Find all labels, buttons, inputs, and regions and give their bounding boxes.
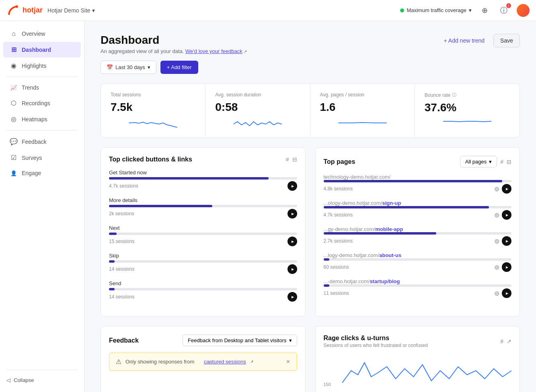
add-user-button[interactable]: ⊕ xyxy=(478,4,491,17)
collapse-button[interactable]: ◁ Collapse xyxy=(0,373,84,387)
svg-point-0 xyxy=(15,5,18,8)
sidebar-divider-1 xyxy=(6,77,78,77)
add-filter-button[interactable]: + Add filter xyxy=(160,61,198,74)
bar-fill-2 xyxy=(109,233,117,235)
bar-sessions-1: 2k sessions xyxy=(109,211,134,216)
topnav: hotjar Hotjar Demo Site ▾ Maximum traffi… xyxy=(0,0,536,21)
bar-meta-1: 2k sessions xyxy=(109,209,297,218)
play-pages-0[interactable] xyxy=(502,184,511,194)
page-bar-4 xyxy=(324,284,329,287)
traffic-coverage-selector[interactable]: Maximum traffic coverage ▾ xyxy=(400,7,472,13)
sidebar-item-surveys[interactable]: ☑ Surveys xyxy=(3,150,81,165)
total-sessions-value: 7.5k xyxy=(111,101,195,114)
user-avatar[interactable] xyxy=(517,4,530,17)
page-title-area: Dashboard An aggregated view of all your… xyxy=(101,34,247,54)
list-item: ...ology-demo.hotjar.com/sign-up 4.7k se… xyxy=(324,200,512,220)
total-sessions-label: Total sessions xyxy=(111,92,195,98)
heatmap-icon-3[interactable]: ⊚ xyxy=(494,263,499,271)
play-button-4[interactable] xyxy=(288,292,297,302)
play-pages-3[interactable] xyxy=(502,262,511,272)
play-button-1[interactable] xyxy=(288,209,297,218)
feedback-filter-label: Feedback from Desktop and Tablet visitor… xyxy=(188,337,286,343)
sidebar-item-engage-label: Engage xyxy=(22,170,41,176)
site-selector[interactable]: Hotjar Demo Site ▾ xyxy=(47,7,95,14)
engage-icon: 👤 xyxy=(10,170,18,176)
date-range-filter[interactable]: 📅 Last 30 days ▾ xyxy=(101,61,156,74)
heatmap-icon-1[interactable]: ⊚ xyxy=(494,211,499,219)
export-icon-pages[interactable]: ⊟ xyxy=(507,159,511,165)
bar-sessions-3: 14 sessions xyxy=(109,266,134,272)
bar-meta-3: 14 sessions xyxy=(109,264,297,274)
save-button[interactable]: Save xyxy=(493,34,520,47)
page-url-1: ...ology-demo.hotjar.com/sign-up xyxy=(324,200,512,206)
add-trend-button[interactable]: + Add new trend xyxy=(439,34,490,47)
sidebar-item-dashboard[interactable]: ⊞ Dashboard xyxy=(3,42,81,57)
bar-track-0 xyxy=(109,177,297,180)
sidebar-item-heatmaps[interactable]: ◎ Heatmaps xyxy=(3,111,81,127)
feedback-filter-button[interactable]: Feedback from Desktop and Tablet visitor… xyxy=(183,335,297,346)
rage-chart: 150 xyxy=(324,355,512,387)
play-pages-2[interactable] xyxy=(502,236,511,246)
hash-icon[interactable]: # xyxy=(286,156,289,163)
heatmap-icon-0[interactable]: ⊚ xyxy=(494,185,499,193)
top-clicked-card: Top clicked buttons & links # ⊟ Get Star… xyxy=(101,147,306,316)
filter-icon[interactable]: ⊟ xyxy=(292,156,297,163)
date-range-chevron-icon: ▾ xyxy=(148,64,150,70)
warning-text: Only showing responses from xyxy=(125,359,194,365)
trend-icon-rage[interactable]: ↗ xyxy=(507,338,511,345)
sidebar-item-recordings-label: Recordings xyxy=(22,100,50,106)
table-row: Get Started now 4.7k sessions xyxy=(109,169,297,191)
avg-pages-chart xyxy=(320,117,405,129)
help-button[interactable]: ⓘ 1 xyxy=(497,4,510,17)
stat-bounce-rate: Bounce rate ⓘ 37.6% xyxy=(415,84,520,137)
rage-clicks-actions: # ↗ xyxy=(500,338,511,345)
hash-icon-rage[interactable]: # xyxy=(500,338,503,345)
avg-pages-value: 1.6 xyxy=(320,101,405,114)
main-content: Dashboard An aggregated view of all your… xyxy=(84,21,536,392)
avg-pages-label: Avg. pages / session xyxy=(320,92,405,98)
bar-meta-0: 4.7k sessions xyxy=(109,181,297,191)
page-bar-3 xyxy=(324,258,329,261)
dashboard-icon: ⊞ xyxy=(10,46,18,53)
warning-close-button[interactable]: ✕ xyxy=(286,359,290,365)
page-sessions-2: 2.7k sessions xyxy=(324,238,353,244)
rage-clicks-card: Rage clicks & u-turns Sessions of users … xyxy=(315,326,520,392)
play-button-2[interactable] xyxy=(288,237,297,246)
home-icon: ⌂ xyxy=(10,30,18,37)
bar-fill-0 xyxy=(109,177,269,180)
play-button-0[interactable] xyxy=(288,181,297,191)
bar-meta-4: 14 sessions xyxy=(109,292,297,302)
sidebar-item-recordings[interactable]: ⬡ Recordings xyxy=(3,95,81,111)
top-pages-filter[interactable]: All pages ▾ xyxy=(460,156,497,167)
hash-icon-pages[interactable]: # xyxy=(500,159,503,165)
page-bar-0 xyxy=(324,180,502,182)
stat-avg-duration: Avg. session duration 0:58 xyxy=(205,84,310,137)
sidebar-divider-2 xyxy=(6,130,78,131)
feedback-link[interactable]: We'd love your feedback xyxy=(185,48,242,54)
sidebar-item-highlights-label: Highlights xyxy=(22,63,46,69)
feedback-card: Feedback Feedback from Desktop and Table… xyxy=(101,326,306,392)
sidebar-item-trends[interactable]: 📈 Trends xyxy=(3,80,81,95)
heatmap-icon-2[interactable]: ⊚ xyxy=(494,237,499,245)
stats-row: Total sessions 7.5k Avg. session duratio… xyxy=(101,84,520,138)
sidebar-item-feedback[interactable]: 💬 Feedback xyxy=(3,134,81,149)
play-button-3[interactable] xyxy=(288,264,297,274)
page-sessions-4: 11 sessions xyxy=(324,290,349,296)
sidebar-item-overview[interactable]: ⌂ Overview xyxy=(3,26,81,41)
notification-badge: 1 xyxy=(506,3,511,8)
play-pages-1[interactable] xyxy=(502,210,511,220)
bar-track-1 xyxy=(109,205,297,207)
site-chevron-icon: ▾ xyxy=(92,7,95,14)
logo[interactable]: hotjar xyxy=(6,4,43,17)
bounce-rate-value: 37.6% xyxy=(425,101,510,114)
avg-duration-chart xyxy=(215,117,300,129)
page-sessions-1: 4.7k sessions xyxy=(324,212,353,218)
sidebar-item-highlights[interactable]: ◉ Highlights xyxy=(3,58,81,74)
captured-sessions-link[interactable]: captured sessions xyxy=(204,359,246,365)
sidebar-bottom: ◁ Collapse xyxy=(0,366,84,387)
play-pages-4[interactable] xyxy=(502,288,511,298)
rage-clicks-subtitle: Sessions of users who felt frustrated or… xyxy=(324,343,428,348)
heatmap-icon-4[interactable]: ⊚ xyxy=(494,290,499,297)
page-bar-2 xyxy=(324,232,437,235)
sidebar-item-engage[interactable]: 👤 Engage xyxy=(3,166,81,180)
